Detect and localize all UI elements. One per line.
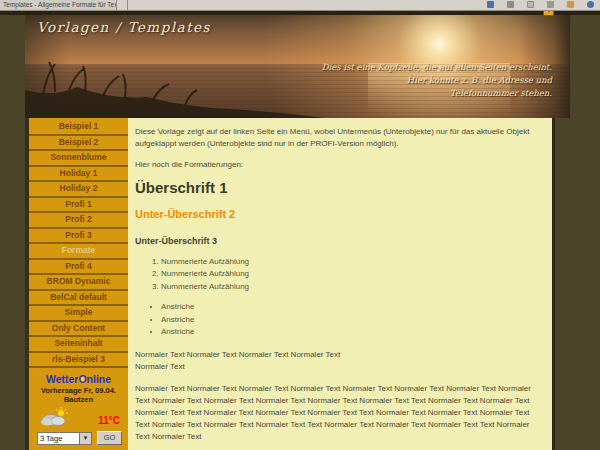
app-icon[interactable] [487,1,494,8]
weather-widget: WetterOnline Vorhersage Fr, 09.04. Bautz… [29,374,128,445]
sidebar-item-formate[interactable]: Formate [29,244,128,260]
formats-label: Hier noch die Formatierungen: [135,160,542,169]
bullet-list-item: Anstriche [161,301,542,313]
sidebar-item-beispiel-1[interactable]: Beispiel 1 [29,120,128,136]
sidebar-item-profi-2[interactable]: Profi 2 [29,213,128,229]
sidebar-item-rls-beispiel-3[interactable]: rls-Beispiel 3 [29,353,128,369]
bullet-list-item: Anstriche [161,314,542,326]
browser-tab[interactable]: Templates - Allgemeine Formate für Texte… [0,0,117,10]
website-page: Vorlagen / Templates Dies ist eine Kopfz… [25,15,570,118]
temperature: 11°C [98,415,120,426]
sidebar-item-beispiel-2[interactable]: Beispiel 2 [29,136,128,152]
wetteronline-logo[interactable]: WetterOnline [29,374,128,386]
normal-text-line: Normaler Text [135,362,185,371]
numbered-list: Nummerierte Aufzählung Nummerierte Aufzä… [149,256,542,293]
help-icon[interactable] [587,1,594,8]
go-button[interactable]: GO [97,431,122,445]
bullet-list: Anstriche Anstriche Anstriche [149,301,542,338]
main-content: Diese Vorlage zeigt auf der linken Seite… [128,118,555,450]
layout-icon[interactable] [507,1,514,8]
numbered-list-item: Nummerierte Aufzählung [161,281,542,293]
sidebar-item-brom-dynamic[interactable]: BROM Dynamic [29,275,128,291]
sidebar-item-profi-3[interactable]: Profi 3 [29,229,128,245]
brand-text: Wetter [46,373,78,385]
forecast-range-select[interactable]: 3 Tage ▼ [37,432,92,445]
heading-2: Unter-Überschrift 2 [135,208,542,220]
sidebar-item-holiday-1[interactable]: Holiday 1 [29,167,128,183]
browser-tab-title: Templates - Allgemeine Formate für Texte… [3,1,117,8]
tagline-line-3: Telefonnummer stehen. [322,87,552,100]
tagline-line-2: Hier könnte z. B. die Adresse und [322,74,552,87]
normal-text-paragraph: Normaler Text Normaler Text Normaler Tex… [135,383,538,443]
sidebar-menu: Beispiel 1 Beispiel 2 Sonnenblume Holida… [29,120,128,368]
brand-text: nline [87,373,112,385]
heading-1: Überschrift 1 [135,179,542,196]
cloud-sun-icon [39,407,71,426]
numbered-list-item: Nummerierte Aufzählung [161,256,542,268]
browser-toolbar [487,1,594,8]
sidebar-item-only-content[interactable]: Only Content [29,322,128,338]
sidebar-item-belcal-default[interactable]: BelCal default [29,291,128,307]
minimize-icon[interactable] [547,1,554,8]
window-icon[interactable] [527,1,534,8]
page-header-image: Vorlagen / Templates Dies ist eine Kopfz… [25,15,570,118]
folder-icon[interactable] [567,1,574,8]
browser-tab-bar: Templates - Allgemeine Formate für Texte… [0,0,600,11]
sidebar-item-simple[interactable]: Simple [29,306,128,322]
browser-tab-stub[interactable] [114,0,128,10]
normal-text-block: Normaler Text Normaler Text Normaler Tex… [135,349,542,372]
numbered-list-item: Nummerierte Aufzählung [161,268,542,280]
heading-3: Unter-Überschrift 3 [135,236,542,246]
sidebar-item-profi-1[interactable]: Profi 1 [29,198,128,214]
sidebar-item-sonnenblume[interactable]: Sonnenblume [29,151,128,167]
tagline-line-1: Dies ist eine Kopfzeile, die auf allen S… [322,61,552,74]
forecast-date: Vorhersage Fr, 09.04. [29,386,128,395]
sun-o-icon: O [78,374,86,386]
forecast-location: Bautzen [29,395,128,404]
dune-grass-silhouette [25,60,325,118]
intro-paragraph: Diese Vorlage zeigt auf der linken Seite… [135,126,534,150]
chevron-down-icon[interactable]: ▼ [79,433,91,444]
sidebar-item-holiday-2[interactable]: Holiday 2 [29,182,128,198]
bullet-list-item: Anstriche [161,326,542,338]
normal-text-line: Normaler Text Normaler Text Normaler Tex… [135,350,340,359]
sidebar-item-seiteninhalt[interactable]: Seiteninhalt [29,337,128,353]
header-tagline: Dies ist eine Kopfzeile, die auf allen S… [322,61,552,101]
page-body: Beispiel 1 Beispiel 2 Sonnenblume Holida… [25,118,555,450]
site-title: Vorlagen / Templates [37,19,211,35]
sidebar: Beispiel 1 Beispiel 2 Sonnenblume Holida… [25,118,128,450]
sidebar-item-profi-4[interactable]: Profi 4 [29,260,128,276]
forecast-range-value: 3 Tage [38,433,79,444]
